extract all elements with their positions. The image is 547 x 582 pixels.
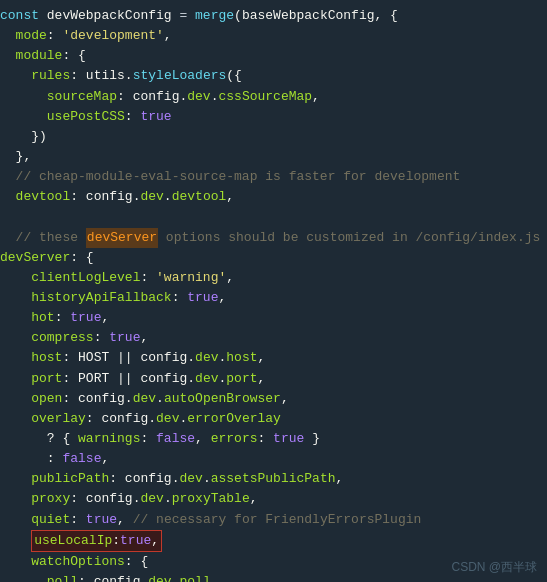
prop-warnings: warnings — [78, 429, 140, 449]
comment-options-should: options should be customized in /config/… — [158, 228, 540, 248]
prop-historyapi: historyApiFallback — [31, 288, 171, 308]
prop-dev5: dev — [133, 389, 156, 409]
code-line-2: mode: 'development', — [0, 26, 547, 46]
dot2: . — [219, 369, 227, 389]
val-true6: true — [120, 533, 151, 548]
prop-proxy: proxy — [31, 489, 70, 509]
prop-dev6: dev — [156, 409, 179, 429]
paren-open: ({ — [226, 66, 242, 86]
comma: , — [218, 288, 226, 308]
comma: , — [281, 389, 289, 409]
code-line-5: sourceMap: config.dev.cssSourceMap, — [0, 87, 547, 107]
dot2: . — [164, 489, 172, 509]
code-line-27: useLocalIp:true, — [0, 530, 547, 552]
comment-these: // these — [16, 228, 86, 248]
dot: . — [133, 187, 141, 207]
colon: : — [140, 429, 156, 449]
indent4 — [0, 510, 31, 530]
colon: : — [86, 409, 102, 429]
paren: ( — [234, 6, 242, 26]
prop-csssourcemap: cssSourceMap — [218, 87, 312, 107]
highlight-devserver: devServer — [86, 228, 158, 248]
prop-quiet: quiet — [31, 510, 70, 530]
prop-autoopen: autoOpenBrowser — [164, 389, 281, 409]
val-warning: 'warning' — [156, 268, 226, 288]
code-line-26: quiet: true, // necessary for FriendlyEr… — [0, 510, 547, 530]
prop-publicpath: publicPath — [31, 469, 109, 489]
prop-sourcemap: sourceMap — [47, 87, 117, 107]
comment-devtool: // cheap-module-eval-source-map is faste… — [16, 167, 461, 187]
val-config7: config — [86, 489, 133, 509]
colon: : — [117, 87, 133, 107]
indent4 — [0, 369, 31, 389]
operator: = — [179, 6, 195, 26]
val-true: true — [187, 288, 218, 308]
dot: . — [125, 66, 133, 86]
code-line-20: open: config.dev.autoOpenBrowser, — [0, 389, 547, 409]
comma: , — [258, 369, 266, 389]
or: || — [117, 369, 140, 389]
colon-brace: : { — [62, 46, 85, 66]
prop-usepostcss: usePostCSS — [47, 107, 125, 127]
comma: , — [164, 26, 172, 46]
code-line-22: ? { warnings: false, errors: true } — [0, 429, 547, 449]
val-false: false — [156, 429, 195, 449]
dot: . — [172, 469, 180, 489]
prop-rules: rules — [31, 66, 70, 86]
indent4 — [0, 268, 31, 288]
prop-watchoptions: watchOptions — [31, 552, 125, 572]
dot: . — [125, 389, 133, 409]
code-line-21: overlay: config.dev.errorOverlay — [0, 409, 547, 429]
indent4 — [0, 531, 31, 551]
dot: . — [133, 489, 141, 509]
code-line-16: hot: true, — [0, 308, 547, 328]
colon2: : — [258, 429, 274, 449]
var-name: devWebpackConfig — [47, 6, 180, 26]
val-host: HOST — [78, 348, 117, 368]
prop-host: host — [31, 348, 62, 368]
val-development: 'development' — [62, 26, 163, 46]
indent4 — [0, 127, 31, 147]
dot: . — [187, 369, 195, 389]
indent4 — [0, 469, 31, 489]
val-config: config — [86, 187, 133, 207]
comma: , — [117, 510, 133, 530]
val-true: true — [140, 107, 171, 127]
comma-brace: , { — [375, 6, 398, 26]
val-true2: true — [70, 308, 101, 328]
code-line-19: port: PORT || config.dev.port, — [0, 369, 547, 389]
code-line-4: rules: utils.styleLoaders({ — [0, 66, 547, 86]
comma: , — [226, 268, 234, 288]
indent6 — [0, 107, 47, 127]
colon: : — [70, 66, 86, 86]
indent4 — [0, 389, 31, 409]
colon: : — [78, 572, 94, 582]
indent4 — [0, 66, 31, 86]
indent6 — [0, 87, 47, 107]
prop-module: module — [16, 46, 63, 66]
dot2: . — [164, 187, 172, 207]
prop-poll2: poll — [179, 572, 210, 582]
val-config4: config — [78, 389, 125, 409]
indent2 — [0, 228, 16, 248]
dot: . — [179, 87, 187, 107]
val-config2: config — [140, 348, 187, 368]
prop-dev8: dev — [140, 489, 163, 509]
dot: . — [148, 409, 156, 429]
code-line-7: }) — [0, 127, 547, 147]
indent2 — [0, 26, 16, 46]
dot: . — [187, 348, 195, 368]
prop-mode: mode — [16, 26, 47, 46]
watermark: CSDN @西半球 — [451, 559, 537, 576]
indent6 — [0, 449, 47, 469]
keyword-const: const — [0, 6, 47, 26]
comma: , — [226, 187, 234, 207]
code-line-13: devServer: { — [0, 248, 547, 268]
val-port: PORT — [78, 369, 117, 389]
prop-uselocalip: useLocalIp — [34, 533, 112, 548]
colon: : — [140, 268, 156, 288]
comma: , — [312, 87, 320, 107]
prop-hot: hot — [31, 308, 54, 328]
val-config5: config — [101, 409, 148, 429]
close-brace-comma: }, — [16, 147, 32, 167]
